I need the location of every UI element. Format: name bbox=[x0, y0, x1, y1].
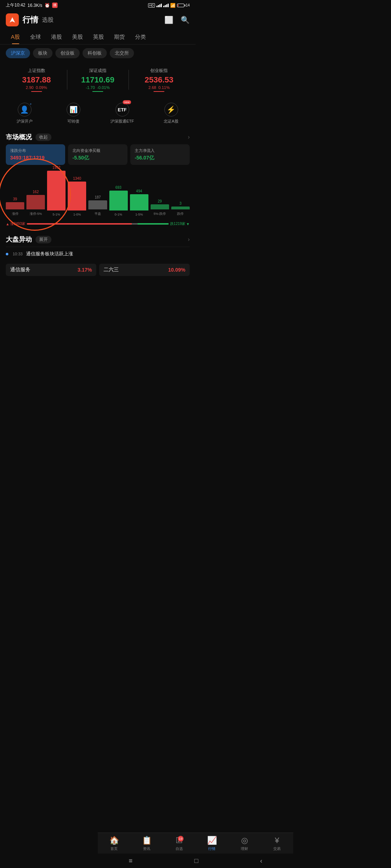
app-header: 行情 选股 ⬜ 🔍 bbox=[0, 10, 196, 30]
bar-val-6: 494 bbox=[136, 189, 142, 193]
market-card-distribution[interactable]: 涨跌分布 3493:187:1219 bbox=[6, 144, 65, 165]
index-change-1: -1.70 -0.01% bbox=[67, 85, 128, 90]
index-value-2: 2536.53 bbox=[129, 75, 190, 85]
fall-label-text: 跌1219家 bbox=[170, 221, 185, 226]
bar-3 bbox=[68, 182, 86, 210]
mc-title-2: 主力净流入 bbox=[135, 148, 185, 153]
ac-val-1: 10.09% bbox=[168, 267, 185, 273]
mc-value-1: -5.50亿 bbox=[72, 155, 123, 161]
bar-val-5: 693 bbox=[115, 186, 122, 190]
tab-a-stock[interactable]: A股 bbox=[6, 30, 25, 44]
search-icon[interactable]: 🔍 bbox=[181, 16, 190, 24]
subtab-chuangye[interactable]: 创业板 bbox=[55, 48, 80, 58]
bar-8 bbox=[171, 207, 190, 209]
bar-1 bbox=[26, 195, 45, 209]
bar-flat[interactable]: 187 平盘 bbox=[88, 195, 107, 216]
anomaly-item-0[interactable]: 10:33 通信服务板块活跃上涨 bbox=[6, 247, 190, 261]
app-logo bbox=[6, 13, 19, 26]
progress-bar-wrap: ▲ 涨3493家 跌1219家 ▼ bbox=[0, 219, 196, 229]
ac-val-0: 3.17% bbox=[77, 267, 92, 273]
bar-fall0to1[interactable]: 693 0-1% bbox=[109, 186, 128, 216]
anomaly-card-1[interactable]: 二六三 10.09% bbox=[99, 264, 190, 276]
index-card-shanghai[interactable]: 上证指数 3187.88 2.90 0.09% bbox=[6, 65, 67, 94]
anomaly-desc-0: 通信服务板块活跃上涨 bbox=[26, 251, 73, 256]
subtab-hushen[interactable]: 沪深京 bbox=[6, 48, 30, 58]
wifi-icon: 📶 bbox=[170, 3, 176, 8]
index-card-shenzhen[interactable]: 深证成指 11710.69 -1.70 -0.01% bbox=[67, 65, 128, 94]
index-name-2: 创业板指 bbox=[129, 68, 190, 74]
mc-value-0: 3493:187:1219 bbox=[10, 155, 61, 161]
etf-new-badge: new bbox=[123, 100, 131, 104]
bar-label-5: 0-1% bbox=[115, 213, 122, 216]
tab-us-stock[interactable]: 美股 bbox=[67, 30, 88, 44]
status-bar: 上午10:42 16.3K/s ⏰ 播 HD 📶 14 bbox=[0, 0, 196, 10]
bar-label-3: 1-0% bbox=[73, 213, 81, 216]
bar-val-8: 3 bbox=[180, 201, 182, 205]
rise-label: ▲ 涨3493家 bbox=[6, 221, 25, 226]
subtab-beijiao[interactable]: 北交所 bbox=[110, 48, 134, 58]
index-underline-0 bbox=[31, 91, 42, 92]
market-card-northflow[interactable]: 北向资金净买额 -5.50亿 bbox=[68, 144, 127, 165]
bar-label-2: 5-1% bbox=[52, 213, 60, 216]
qa-account-open[interactable]: 👤 + 沪深开户 bbox=[0, 101, 49, 125]
main-tabs: A股 全球 港股 美股 英股 期货 分类 bbox=[0, 30, 196, 44]
external-link-icon[interactable]: ⬜ bbox=[164, 16, 173, 24]
bar-5 bbox=[109, 191, 128, 210]
bar-diting[interactable]: 3 跌停 bbox=[171, 201, 190, 216]
mc-title-0: 涨跌分布 bbox=[10, 148, 61, 153]
qa-icon-account: 👤 + bbox=[18, 103, 31, 116]
qa-beizhen-a[interactable]: ⚡ 北证A股 bbox=[147, 101, 196, 125]
index-name-0: 上证指数 bbox=[6, 68, 67, 74]
bar-rise0to1[interactable]: 1340 1-0% bbox=[68, 176, 86, 216]
hd-badge: HD bbox=[148, 3, 155, 8]
qa-label-1: 可转债 bbox=[67, 119, 79, 124]
bar-val-2: 1952 bbox=[52, 166, 60, 170]
bar-val-4: 187 bbox=[95, 195, 101, 199]
anomaly-card-0[interactable]: 通信服务 3.17% bbox=[6, 264, 96, 276]
header-icons: ⬜ 🔍 bbox=[164, 16, 190, 24]
market-overview-header: 市场概况 收起 › bbox=[0, 128, 196, 144]
battery-icon bbox=[177, 4, 184, 7]
bar-zangtingr[interactable]: 39 涨停 bbox=[6, 197, 24, 216]
tab-category[interactable]: 分类 bbox=[130, 30, 151, 44]
header-sub: 选股 bbox=[42, 16, 54, 24]
bar-val-7: 29 bbox=[158, 199, 162, 203]
anomaly-header: 大盘异动 展开 › bbox=[0, 229, 196, 247]
tab-hk-stock[interactable]: 港股 bbox=[46, 30, 67, 44]
bar-label-0: 涨停 bbox=[12, 212, 18, 216]
subtab-kechuang[interactable]: 科创板 bbox=[83, 48, 107, 58]
qa-etf[interactable]: ETF new 沪深股通ETF bbox=[98, 101, 147, 125]
subtab-block[interactable]: 板块 bbox=[33, 48, 52, 58]
market-card-mainflow[interactable]: 主力净流入 -56.07亿 bbox=[130, 144, 190, 165]
status-time: 上午10:42 bbox=[6, 2, 25, 8]
tab-global[interactable]: 全球 bbox=[25, 30, 46, 44]
index-change-0: 2.90 0.09% bbox=[6, 85, 67, 90]
market-overview-action[interactable]: 收起 bbox=[35, 133, 51, 141]
qa-icon-etf: ETF new bbox=[115, 103, 129, 116]
bar-0 bbox=[6, 202, 24, 209]
anomaly-action[interactable]: 展开 bbox=[35, 236, 51, 243]
status-speed: 16.3K/s bbox=[28, 3, 42, 8]
anomaly-dot-0 bbox=[6, 253, 8, 255]
bar-val-1: 162 bbox=[33, 190, 39, 194]
bar-fall1to5[interactable]: 494 1-5% bbox=[130, 189, 148, 216]
bar-rise5[interactable]: 162 涨停-5% bbox=[26, 190, 45, 216]
index-name-1: 深证成指 bbox=[67, 68, 128, 74]
index-value-1: 11710.69 bbox=[67, 75, 128, 85]
bar-fall5[interactable]: 29 5%-跌停 bbox=[151, 199, 169, 216]
bar-val-3: 1340 bbox=[73, 176, 81, 180]
market-overview-title: 市场概况 bbox=[6, 133, 32, 141]
index-card-chuangye[interactable]: 创业板指 2536.53 2.68 0.11% bbox=[129, 65, 190, 94]
app-icon-small: 播 bbox=[52, 3, 58, 8]
qa-icon-lightning: ⚡ bbox=[164, 103, 178, 116]
bar-4 bbox=[88, 200, 107, 209]
index-cards: 上证指数 3187.88 2.90 0.09% 深证成指 11710.69 -1… bbox=[0, 62, 196, 98]
qa-convertible-bond[interactable]: 📊 可转债 bbox=[49, 101, 98, 125]
tab-uk-stock[interactable]: 英股 bbox=[88, 30, 109, 44]
index-value-0: 3187.88 bbox=[6, 75, 67, 85]
bar-rise1to5[interactable]: 1952 5-1% bbox=[47, 166, 66, 216]
bar-label-1: 涨停-5% bbox=[30, 212, 42, 216]
ac-name-1: 二六三 bbox=[104, 267, 119, 273]
signal-icon bbox=[156, 4, 162, 7]
tab-futures[interactable]: 期货 bbox=[109, 30, 130, 44]
